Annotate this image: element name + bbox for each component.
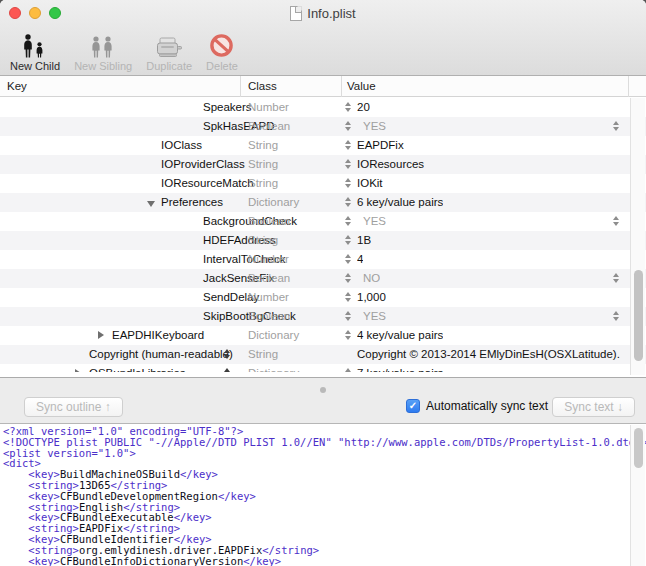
auto-sync-checkbox[interactable]: ✓ <box>406 399 420 413</box>
value-stepper[interactable] <box>224 368 230 372</box>
column-header-class[interactable]: Class <box>248 80 277 92</box>
class-cell[interactable]: Number <box>248 101 289 113</box>
value-stepper[interactable] <box>613 273 619 283</box>
toolbar: New Child New Sibling <box>10 28 238 74</box>
window-title: Info.plist <box>307 6 355 21</box>
table-row[interactable]: BackgroundCheckBooleanYES <box>0 212 646 231</box>
delete-label: Delete <box>206 60 238 72</box>
table-row[interactable]: HDEFAddressString1B <box>0 231 646 250</box>
value-stepper[interactable] <box>345 368 351 372</box>
new-child-icon <box>22 32 49 58</box>
outline-scrollbar[interactable] <box>630 98 645 375</box>
value-cell[interactable]: 4 <box>357 253 363 265</box>
class-cell[interactable]: Number <box>248 291 289 303</box>
value-cell[interactable]: YES <box>363 215 386 227</box>
class-cell[interactable]: Number <box>248 253 289 265</box>
value-stepper[interactable] <box>224 349 230 359</box>
value-cell[interactable]: YES <box>363 120 386 132</box>
value-cell[interactable]: 1,000 <box>357 291 386 303</box>
value-stepper[interactable] <box>345 330 351 340</box>
value-stepper[interactable] <box>345 292 351 302</box>
table-row[interactable]: OSBundleLibrariesDictionary7 key/value p… <box>0 364 646 372</box>
value-cell[interactable]: 6 key/value pairs <box>357 196 443 208</box>
value-stepper[interactable] <box>345 197 351 207</box>
table-row[interactable]: SpkHasEAPDBooleanYES <box>0 117 646 136</box>
value-stepper[interactable] <box>345 273 351 283</box>
class-cell[interactable]: Boolean <box>248 310 290 322</box>
class-cell[interactable]: Boolean <box>248 215 290 227</box>
delete-button[interactable]: Delete <box>206 28 238 74</box>
column-divider[interactable] <box>240 76 241 97</box>
value-stepper[interactable] <box>613 121 619 131</box>
class-cell[interactable]: String <box>248 177 278 189</box>
value-stepper[interactable] <box>345 216 351 226</box>
key-cell: Speakers <box>203 101 252 113</box>
value-cell[interactable]: 1B <box>357 234 371 246</box>
value-stepper[interactable] <box>345 140 351 150</box>
value-cell[interactable]: 4 key/value pairs <box>357 329 443 341</box>
table-row[interactable]: EAPDHIKeyboardDictionary4 key/value pair… <box>0 326 646 345</box>
table-row[interactable]: SkipBootBgCheckBooleanYES <box>0 307 646 326</box>
splitter-handle[interactable] <box>320 387 326 393</box>
disclosure-triangle[interactable] <box>75 369 81 372</box>
sync-outline-button[interactable]: Sync outline ↑ <box>24 397 123 417</box>
class-cell[interactable]: Boolean <box>248 120 290 132</box>
key-cell: EAPDHIKeyboard <box>112 329 204 341</box>
auto-sync-label: Automatically sync text <box>426 399 548 413</box>
table-row[interactable]: SpeakersNumber20 <box>0 98 646 117</box>
outline-scrollbar-thumb[interactable] <box>634 270 643 361</box>
value-cell[interactable]: 7 key/value pairs <box>357 367 443 372</box>
new-sibling-label: New Sibling <box>74 60 132 72</box>
table-row[interactable]: SendDelayNumber1,000 <box>0 288 646 307</box>
column-header-value[interactable]: Value <box>347 80 376 92</box>
disclosure-triangle[interactable] <box>147 201 155 207</box>
value-cell[interactable]: YES <box>363 310 386 322</box>
value-stepper[interactable] <box>345 121 351 131</box>
column-header-key[interactable]: Key <box>7 80 27 92</box>
value-cell[interactable]: 20 <box>357 101 370 113</box>
value-stepper[interactable] <box>345 159 351 169</box>
table-row[interactable]: IOProviderClassStringIOResources <box>0 155 646 174</box>
new-child-label: New Child <box>10 60 60 72</box>
class-cell[interactable]: String <box>248 158 278 170</box>
value-cell[interactable]: Copyright © 2013-2014 EMlyDinEsH(OSXLati… <box>357 348 620 360</box>
xml-source-text: <?xml version="1.0" encoding="UTF-8"?><!… <box>0 425 646 566</box>
value-stepper[interactable] <box>345 311 351 321</box>
value-stepper[interactable] <box>613 311 619 321</box>
duplicate-icon <box>154 32 184 58</box>
xml-scrollbar[interactable] <box>630 425 645 566</box>
table-row[interactable]: PreferencesDictionary6 key/value pairs <box>0 193 646 212</box>
table-row[interactable]: JackSenseFixBooleanNO <box>0 269 646 288</box>
value-stepper[interactable] <box>345 102 351 112</box>
value-stepper[interactable] <box>345 254 351 264</box>
sync-text-button[interactable]: Sync text ↓ <box>552 397 635 417</box>
class-cell[interactable]: Dictionary <box>248 196 299 208</box>
new-sibling-button[interactable]: New Sibling <box>74 28 132 74</box>
xml-scrollbar-thumb[interactable] <box>634 428 643 468</box>
table-header: Key Class Value <box>0 76 646 97</box>
value-stepper[interactable] <box>345 235 351 245</box>
xml-source-pane[interactable]: <?xml version="1.0" encoding="UTF-8"?><!… <box>0 425 646 566</box>
new-child-button[interactable]: New Child <box>10 28 60 74</box>
duplicate-button[interactable]: Duplicate <box>146 28 192 74</box>
value-stepper[interactable] <box>613 216 619 226</box>
disclosure-triangle[interactable] <box>98 331 104 339</box>
column-divider[interactable] <box>628 76 629 97</box>
class-cell[interactable]: Dictionary <box>248 329 299 341</box>
table-row[interactable]: IntervalToCheckNumber4 <box>0 250 646 269</box>
class-cell[interactable]: String <box>248 348 278 360</box>
value-cell[interactable]: EAPDFix <box>357 139 404 151</box>
class-cell[interactable]: String <box>248 234 278 246</box>
column-divider[interactable] <box>341 76 342 97</box>
class-cell[interactable]: Boolean <box>248 272 290 284</box>
table-row[interactable]: IOClassStringEAPDFix <box>0 136 646 155</box>
value-cell[interactable]: IOKit <box>357 177 383 189</box>
value-cell[interactable]: IOResources <box>357 158 424 170</box>
table-row[interactable]: Copyright (human-readable)StringCopyrigh… <box>0 345 646 364</box>
sync-bar: Sync outline ↑ ✓ Automatically sync text… <box>0 377 646 424</box>
value-stepper[interactable] <box>345 178 351 188</box>
class-cell[interactable]: String <box>248 139 278 151</box>
table-row[interactable]: IOResourceMatchStringIOKit <box>0 174 646 193</box>
class-cell[interactable]: Dictionary <box>248 367 299 372</box>
value-cell[interactable]: NO <box>363 272 380 284</box>
